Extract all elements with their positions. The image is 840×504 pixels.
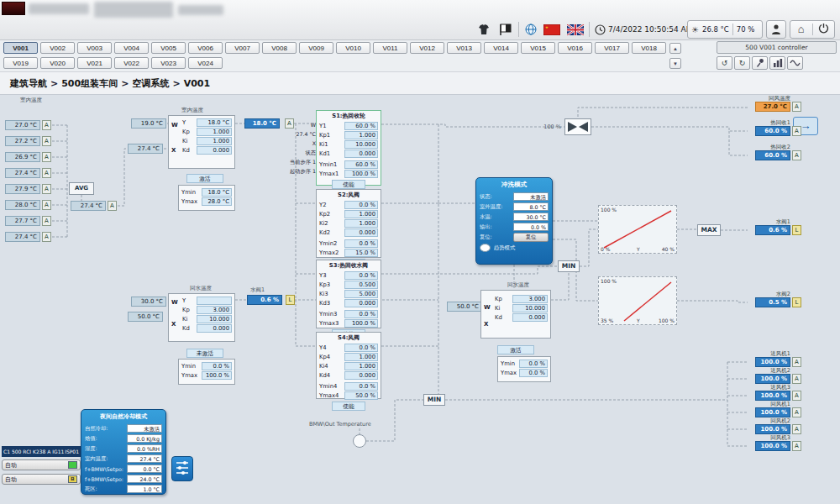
chart-button[interactable] bbox=[769, 56, 785, 70]
tab[interactable]: V022 bbox=[114, 57, 149, 69]
trend-toggle[interactable] bbox=[480, 244, 491, 252]
param-field[interactable]: 1.000 bbox=[197, 137, 232, 145]
param-field[interactable]: 0.000 bbox=[197, 324, 232, 333]
param-field[interactable]: 0.500 bbox=[344, 281, 378, 289]
tab[interactable]: V007 bbox=[225, 42, 260, 54]
param-field[interactable]: 3.000 bbox=[197, 306, 232, 314]
settings-sliders-button[interactable] bbox=[171, 456, 193, 481]
auto-tag: A bbox=[42, 232, 51, 242]
param-field[interactable]: 0.0 % bbox=[344, 344, 378, 352]
param-field[interactable]: 100.0 % bbox=[344, 170, 378, 178]
valve1-inline-value: 0.6 % bbox=[247, 295, 282, 305]
s4-status[interactable]: 使能 bbox=[332, 402, 365, 411]
outdoor-humidity: 70 % bbox=[737, 25, 755, 34]
pid-water-right-limits: Ymin0.0 % Ymax0.0 % bbox=[497, 356, 551, 382]
user-button[interactable] bbox=[766, 20, 786, 39]
param-field[interactable]: 0.0 % bbox=[344, 382, 378, 391]
power-button[interactable] bbox=[814, 22, 832, 37]
pid-indoor-status[interactable]: 激活 bbox=[186, 174, 223, 183]
tab[interactable]: V023 bbox=[151, 57, 186, 69]
tab[interactable]: V006 bbox=[188, 42, 223, 54]
param-field[interactable]: 0.0 % bbox=[344, 310, 378, 318]
param-field[interactable]: 10.000 bbox=[344, 140, 378, 149]
param-field[interactable]: 15.0 % bbox=[344, 249, 378, 257]
pid-row: Kd0.000 bbox=[180, 324, 234, 333]
param-field[interactable]: 60.0 % bbox=[344, 122, 378, 130]
tab[interactable]: V013 bbox=[447, 42, 481, 54]
tab[interactable]: V012 bbox=[410, 42, 444, 54]
undo-button[interactable]: ↺ bbox=[717, 56, 732, 70]
tab[interactable]: V010 bbox=[336, 42, 370, 54]
tab[interactable]: V001 bbox=[3, 42, 38, 54]
param-field[interactable]: 0.000 bbox=[197, 146, 232, 155]
param-field[interactable]: 1.000 bbox=[197, 128, 232, 136]
breadcrumb-item[interactable]: 建筑导航 bbox=[10, 77, 47, 90]
tab[interactable]: V024 bbox=[188, 57, 223, 69]
tab[interactable]: V005 bbox=[151, 42, 186, 54]
tab[interactable]: V014 bbox=[484, 42, 518, 54]
param-field[interactable]: 10.000 bbox=[512, 304, 548, 312]
param-field[interactable]: 0.0 % bbox=[344, 239, 378, 248]
param-field[interactable]: 0.000 bbox=[344, 299, 378, 307]
pid-water-right-status[interactable]: 激活 bbox=[497, 345, 534, 354]
tab[interactable]: V020 bbox=[40, 57, 75, 69]
tab[interactable]: V002 bbox=[40, 42, 75, 54]
param-field[interactable]: 0.000 bbox=[344, 371, 378, 380]
titlebar-divider bbox=[518, 22, 519, 37]
breadcrumb-item[interactable]: V001 bbox=[184, 78, 210, 89]
limit-field[interactable]: 0.0 % bbox=[519, 360, 548, 368]
tab[interactable]: V003 bbox=[77, 42, 112, 54]
tab[interactable]: V018 bbox=[632, 42, 666, 54]
shirt-icon[interactable] bbox=[475, 22, 492, 37]
wave-button[interactable] bbox=[787, 56, 803, 70]
tab[interactable]: V011 bbox=[373, 42, 407, 54]
limit-field[interactable]: 0.0 % bbox=[519, 369, 548, 377]
param-field[interactable]: 1.000 bbox=[344, 353, 378, 361]
param-field[interactable]: 1.000 bbox=[344, 362, 378, 370]
pid-water-left-status[interactable]: 未激活 bbox=[186, 349, 223, 358]
tab-scroll-down[interactable]: ▼ bbox=[669, 58, 681, 69]
param-field[interactable]: 10.000 bbox=[197, 315, 232, 323]
param-field[interactable]: 0.0 % bbox=[344, 271, 378, 280]
tab[interactable]: V019 bbox=[3, 57, 38, 69]
param-field[interactable]: 1.000 bbox=[344, 210, 378, 218]
param-field[interactable]: 18.0 °C bbox=[197, 118, 232, 127]
tab[interactable]: V004 bbox=[114, 42, 149, 54]
param-field[interactable] bbox=[197, 297, 232, 305]
param-field[interactable]: 1.000 bbox=[344, 219, 378, 228]
tab[interactable]: V015 bbox=[521, 42, 555, 54]
param-field[interactable]: 0.0 % bbox=[344, 201, 378, 209]
limit-field[interactable]: 28.0 °C bbox=[202, 197, 232, 206]
reset-button[interactable]: 复位 bbox=[513, 233, 549, 242]
globe-icon[interactable] bbox=[524, 23, 538, 36]
redo-button[interactable]: ↻ bbox=[734, 56, 750, 70]
pin-button[interactable] bbox=[752, 56, 768, 70]
breadcrumb-item[interactable]: 空调系统 bbox=[132, 77, 169, 90]
param-field[interactable]: 3.000 bbox=[512, 295, 548, 303]
tab[interactable]: V021 bbox=[77, 57, 112, 69]
breadcrumb-item[interactable]: 500组装车间 bbox=[61, 77, 118, 90]
tab[interactable]: V009 bbox=[299, 42, 333, 54]
china-flag-icon[interactable] bbox=[543, 24, 561, 35]
param-field[interactable]: 0.000 bbox=[512, 313, 548, 322]
tab-scroll-up[interactable]: ▲ bbox=[669, 43, 681, 54]
auto-mode-button-1[interactable]: 自动 bbox=[2, 459, 81, 470]
param-field[interactable]: 0.000 bbox=[344, 228, 378, 237]
param-field[interactable]: 60.0 % bbox=[344, 160, 378, 169]
tab[interactable]: V017 bbox=[595, 42, 629, 54]
uk-flag-icon[interactable] bbox=[566, 24, 585, 35]
tab[interactable]: V016 bbox=[558, 42, 592, 54]
flag-icon[interactable] bbox=[497, 22, 514, 37]
param-field[interactable]: 50.0 % bbox=[344, 391, 378, 400]
home-button[interactable]: ⌂ bbox=[792, 22, 811, 37]
s1-status[interactable]: 使能 bbox=[332, 180, 365, 189]
tab[interactable]: V008 bbox=[262, 42, 297, 54]
limit-field[interactable]: 100.0 % bbox=[202, 371, 232, 380]
param-field[interactable]: 0.000 bbox=[344, 150, 378, 158]
limit-field[interactable]: 18.0 °C bbox=[202, 188, 232, 197]
param-field[interactable]: 1.000 bbox=[344, 131, 378, 139]
limit-field[interactable]: 0.0 % bbox=[202, 362, 232, 370]
param-field[interactable]: 5.000 bbox=[344, 290, 378, 298]
auto-mode-button-2[interactable]: 自动 B bbox=[2, 474, 81, 485]
param-field[interactable]: 100.0 % bbox=[344, 319, 378, 328]
